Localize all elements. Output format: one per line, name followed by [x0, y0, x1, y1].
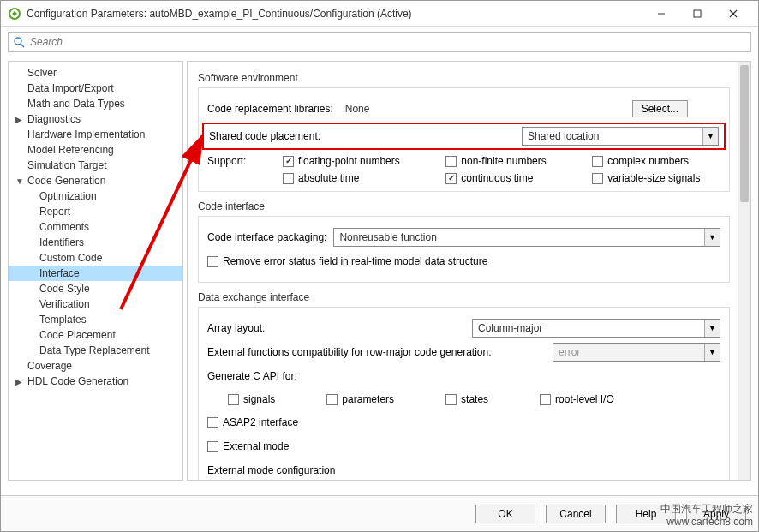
search-input[interactable] — [30, 36, 745, 48]
section-code-iface: Code interface packaging: Nonreusable fu… — [198, 216, 730, 283]
apply-button[interactable]: Apply — [686, 505, 746, 523]
tree-item-code-generation[interactable]: ▼Code Generation — [9, 173, 182, 188]
extmode-checkbox[interactable]: External mode — [207, 440, 289, 452]
pkg-value: Nonreusable function — [334, 231, 704, 243]
main-area: SolverData Import/ExportMath and Data Ty… — [1, 57, 758, 481]
section-software-env: Code replacement libraries: None Select.… — [198, 87, 730, 192]
svg-point-5 — [15, 38, 21, 45]
tree-item-label: Custom Code — [39, 252, 102, 264]
ok-button[interactable]: OK — [475, 505, 535, 523]
section-title-software-env: Software environment — [198, 72, 730, 84]
tree-item-label: Hardware Implementation — [27, 129, 145, 140]
nav-tree[interactable]: SolverData Import/ExportMath and Data Ty… — [8, 61, 183, 481]
tree-item-label: Solver — [27, 67, 57, 79]
tree-item-data-import-export[interactable]: Data Import/Export — [9, 81, 182, 96]
extmode-cfg-label: External mode configuration — [207, 464, 335, 476]
tree-item-label: Code Generation — [27, 175, 105, 187]
caret-icon: ▶ — [15, 115, 22, 124]
support-varsize-checkbox[interactable]: variable-size signals — [592, 172, 720, 184]
search-icon — [14, 37, 25, 48]
ext-fn-label: External functions compatibility for row… — [207, 346, 492, 358]
chevron-down-icon: ▼ — [702, 128, 718, 145]
api-parameters-checkbox[interactable]: parameters — [326, 393, 394, 405]
shared-code-placement-row: Shared code placement: Shared location ▼ — [202, 123, 726, 150]
tree-item-report[interactable]: Report — [9, 204, 182, 219]
tree-item-interface[interactable]: Interface — [9, 266, 182, 281]
minimize-button[interactable] — [643, 2, 679, 26]
tree-item-templates[interactable]: Templates — [9, 312, 182, 327]
window-title: Configuration Parameters: autoMBD_exampl… — [27, 8, 643, 20]
tree-item-code-placement[interactable]: Code Placement — [9, 327, 182, 343]
support-complex-checkbox[interactable]: complex numbers — [592, 155, 720, 167]
support-conttime-checkbox[interactable]: continuous time — [445, 172, 566, 184]
tree-item-label: Simulation Target — [27, 159, 107, 171]
tree-item-label: Code Style — [39, 283, 90, 295]
tree-item-simulation-target[interactable]: Simulation Target — [9, 158, 182, 173]
tree-item-model-referencing[interactable]: Model Referencing — [9, 142, 182, 158]
scrollbar-thumb[interactable] — [740, 65, 749, 202]
tree-item-solver[interactable]: Solver — [9, 65, 182, 81]
support-fp-checkbox[interactable]: floating-point numbers — [283, 155, 420, 167]
chevron-down-icon: ▼ — [704, 344, 720, 361]
tree-item-label: Interface — [39, 267, 80, 279]
section-data-ex: Array layout: Column-major ▼ External fu… — [198, 307, 730, 480]
ext-fn-dropdown[interactable]: error ▼ — [553, 343, 720, 362]
vertical-scrollbar[interactable] — [738, 62, 750, 480]
tree-item-label: Code Placement — [39, 329, 116, 341]
chevron-down-icon: ▼ — [704, 320, 720, 337]
api-root-checkbox[interactable]: root-level I/O — [540, 393, 614, 405]
help-button[interactable]: Help — [616, 505, 676, 523]
tree-item-comments[interactable]: Comments — [9, 219, 182, 235]
tree-item-custom-code[interactable]: Custom Code — [9, 250, 182, 266]
tree-item-label: Verification — [39, 298, 90, 310]
tree-item-label: Comments — [39, 221, 89, 233]
tree-item-identifiers[interactable]: Identifiers — [9, 235, 182, 250]
tree-item-coverage[interactable]: Coverage — [9, 358, 182, 374]
scp-label: Shared code placement: — [209, 130, 320, 142]
section-title-code-iface: Code interface — [198, 200, 730, 212]
scp-dropdown[interactable]: Shared location ▼ — [522, 127, 719, 146]
crl-select-button[interactable]: Select... — [632, 100, 688, 117]
api-states-checkbox[interactable]: states — [445, 393, 488, 405]
caret-icon: ▶ — [15, 377, 22, 386]
scp-value: Shared location — [523, 130, 702, 142]
tree-item-hdl-code-generation[interactable]: ▶HDL Code Generation — [9, 374, 182, 389]
tree-item-optimization[interactable]: Optimization — [9, 188, 182, 204]
dialog-footer: OK Cancel Help Apply — [1, 495, 758, 531]
content-panel: Software environment Code replacement li… — [187, 61, 751, 481]
maximize-button[interactable] — [679, 2, 715, 26]
support-abstime-checkbox[interactable]: absolute time — [283, 172, 420, 184]
pkg-dropdown[interactable]: Nonreusable function ▼ — [333, 228, 720, 247]
tree-item-label: Data Import/Export — [27, 82, 114, 94]
support-label: Support: — [207, 155, 257, 167]
tree-item-hardware-implementation[interactable]: Hardware Implementation — [9, 127, 182, 142]
app-icon — [8, 7, 21, 21]
tree-item-label: Diagnostics — [27, 113, 81, 125]
tree-item-code-style[interactable]: Code Style — [9, 281, 182, 296]
close-button[interactable] — [715, 2, 751, 26]
tree-item-label: Report — [39, 206, 70, 218]
array-layout-dropdown[interactable]: Column-major ▼ — [472, 319, 720, 338]
svg-rect-2 — [694, 10, 701, 17]
tree-item-diagnostics[interactable]: ▶Diagnostics — [9, 111, 182, 127]
tree-item-label: Math and Data Types — [27, 98, 125, 110]
cancel-button[interactable]: Cancel — [546, 505, 606, 523]
svg-line-6 — [21, 44, 24, 47]
tree-item-label: HDL Code Generation — [27, 375, 128, 387]
titlebar: Configuration Parameters: autoMBD_exampl… — [1, 1, 758, 27]
asap2-checkbox[interactable]: ASAP2 interface — [207, 416, 298, 428]
tree-item-data-type-replacement[interactable]: Data Type Replacement — [9, 343, 182, 358]
ext-fn-value: error — [553, 346, 704, 358]
tree-item-verification[interactable]: Verification — [9, 296, 182, 312]
search-box[interactable] — [8, 32, 751, 52]
tree-item-math-and-data-types[interactable]: Math and Data Types — [9, 96, 182, 111]
remove-error-checkbox[interactable]: Remove error status field in real-time m… — [207, 255, 487, 267]
tree-item-label: Coverage — [27, 360, 72, 372]
caret-icon: ▼ — [15, 176, 24, 186]
support-nonfinite-checkbox[interactable]: non-finite numbers — [445, 155, 566, 167]
tree-item-label: Optimization — [39, 190, 97, 202]
api-signals-checkbox[interactable]: signals — [228, 393, 275, 405]
tree-item-label: Model Referencing — [27, 144, 114, 156]
arr-value: Column-major — [473, 322, 704, 334]
content-scroll: Software environment Code replacement li… — [188, 62, 738, 480]
